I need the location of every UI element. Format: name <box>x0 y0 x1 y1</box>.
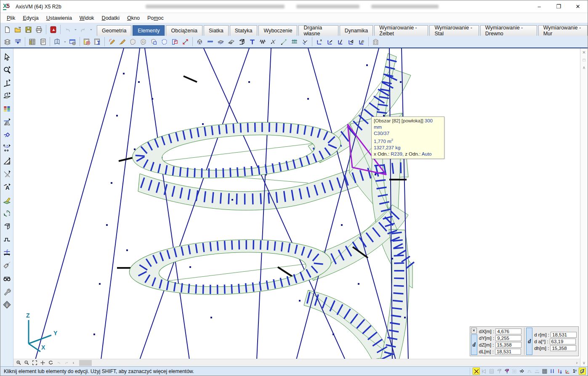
draw-line-elements-icon[interactable] <box>106 37 117 47</box>
close-button[interactable]: ✕ <box>568 0 588 13</box>
menu-ustawienia[interactable]: Ustawienia <box>43 14 76 22</box>
report-maker-icon[interactable] <box>37 37 48 47</box>
tab-dynamika[interactable]: Dynamika <box>340 25 373 36</box>
pdf-export-icon[interactable] <box>48 24 59 34</box>
menu-edycja[interactable]: Edycja <box>19 14 43 22</box>
section-segment-icon[interactable]: ∫ <box>1 247 12 257</box>
section-segment-toggle-icon[interactable] <box>533 368 540 375</box>
delta-toggle-right[interactable]: d <box>526 328 532 355</box>
menu-okno[interactable]: Okno <box>123 14 144 22</box>
horizontal-scrollbar[interactable]: ‹ › <box>70 359 580 366</box>
mesh-nodes-icon[interactable] <box>1 143 12 153</box>
da-field[interactable]: 63,19 <box>550 339 576 344</box>
domain-mesh-icon[interactable] <box>159 37 170 47</box>
minimize-button[interactable]: – <box>529 0 549 13</box>
scroll-up-icon[interactable]: ∧ <box>580 64 588 71</box>
dy-field[interactable]: 9,255 <box>495 335 521 341</box>
menu-pomoc[interactable]: Pomoc <box>144 14 168 22</box>
rotate-view-icon[interactable] <box>47 360 54 366</box>
crosshair-toggle-icon[interactable] <box>473 368 480 375</box>
horizontal-scroll-track[interactable] <box>77 360 574 366</box>
local-beta-angle-icon[interactable]: β <box>356 37 367 47</box>
color-coding-icon[interactable] <box>1 104 12 114</box>
scroll-down-icon[interactable]: ∨ <box>580 359 588 366</box>
dimension-lines-icon[interactable]: A <box>1 182 12 192</box>
tab-wymiarowanie-mur[interactable]: Wymiarowanie - Mur <box>538 25 588 36</box>
views-icon[interactable] <box>1 78 12 88</box>
background-layer-icon[interactable] <box>1 156 12 166</box>
interface-element-icon[interactable] <box>289 37 300 47</box>
surface-support-icon[interactable] <box>216 37 226 47</box>
save-icon[interactable] <box>23 24 34 34</box>
undo-icon[interactable] <box>62 24 73 34</box>
t-connection-icon[interactable] <box>247 37 258 47</box>
tab-geometria[interactable]: Geometria <box>97 25 131 36</box>
section-lines-icon[interactable] <box>1 234 12 244</box>
tab-obciążenia[interactable]: Obciążenia <box>166 25 202 36</box>
dx-field[interactable]: 4,676 <box>495 328 521 334</box>
parts-toggle-icon[interactable] <box>495 368 503 375</box>
dh-field[interactable]: 15,358 <box>550 345 576 351</box>
guidelines-toggle-icon[interactable] <box>518 368 525 375</box>
parts-icon[interactable] <box>1 221 12 231</box>
delta-toggle-left[interactable]: d <box>471 334 477 355</box>
dl-field[interactable]: 18,531 <box>495 349 521 355</box>
cross-section-table-icon[interactable] <box>92 37 103 47</box>
building-model-icon[interactable] <box>370 37 381 47</box>
logical-parts-toggle-icon[interactable] <box>503 368 510 375</box>
local-plane-icon[interactable] <box>346 37 356 47</box>
redo-icon-caret[interactable] <box>88 24 93 34</box>
child-restore-icon[interactable]: □ <box>580 56 588 64</box>
menu-widok[interactable]: Widok <box>76 14 98 22</box>
redo-view-icon[interactable] <box>63 360 70 366</box>
mesh-display-toggle-icon[interactable] <box>480 368 487 375</box>
selection-cursor-icon[interactable] <box>1 52 12 62</box>
model-info-icon[interactable]: i <box>1 299 12 310</box>
options-icon[interactable] <box>1 286 12 297</box>
local-x-orientation-icon[interactable]: x <box>314 37 325 47</box>
scroll-right-icon[interactable]: › <box>574 360 580 366</box>
display-options-icon[interactable] <box>1 273 12 283</box>
spring-element-icon[interactable] <box>258 37 268 47</box>
redo-icon[interactable] <box>78 24 88 34</box>
zoom-fit-icon[interactable] <box>31 360 38 366</box>
scroll-left-icon[interactable]: ‹ <box>70 360 77 366</box>
edge-rib-icon[interactable] <box>226 37 237 47</box>
line-element-icon[interactable] <box>180 37 191 47</box>
zoom-in-icon[interactable] <box>15 360 22 366</box>
line-support-icon[interactable] <box>205 37 216 47</box>
table-display-toggle-icon[interactable] <box>488 368 495 375</box>
dz-field[interactable]: 15,358 <box>495 342 521 348</box>
layers-icon[interactable] <box>2 37 13 47</box>
tab-siatka[interactable]: Siatka <box>204 25 229 36</box>
load-display-toggle-icon[interactable] <box>548 368 556 375</box>
tab-elementy[interactable]: Elementy <box>133 25 165 36</box>
local-axes-toggle-icon[interactable] <box>564 368 571 375</box>
workplane-toggle-icon[interactable] <box>511 368 518 375</box>
zoom-out-icon[interactable] <box>23 360 30 366</box>
domain-hole-icon[interactable] <box>138 37 149 47</box>
layer-manager-icon[interactable] <box>1 195 12 205</box>
story-elevation-icon[interactable]: ±0.00 <box>13 37 23 47</box>
drawings-library-icon[interactable] <box>52 37 62 47</box>
domain-icon[interactable] <box>128 37 138 47</box>
local-systems-toggle-icon[interactable] <box>579 368 586 375</box>
maximize-button[interactable]: ❐ <box>549 0 568 13</box>
tab-wyboczenie[interactable]: Wyboczenie <box>258 25 297 36</box>
direct-draw-icon[interactable] <box>117 37 128 47</box>
table-browser-icon[interactable] <box>27 37 37 47</box>
saved-views-icon[interactable] <box>67 37 78 47</box>
spatial-frame-icon[interactable] <box>237 37 247 47</box>
tab-statyka[interactable]: Statyka <box>230 25 258 36</box>
open-model-icon[interactable] <box>13 24 23 34</box>
tab-drgania-własne[interactable]: Drgania własne <box>298 25 338 36</box>
child-close-icon[interactable]: ✕ <box>580 48 588 56</box>
dr-field[interactable]: 18,531 <box>551 332 577 338</box>
drawings-library-icon-caret[interactable] <box>62 37 67 47</box>
tab-wymiarowanie-żelbet[interactable]: Wymiarowanie - Żelbet <box>374 25 428 36</box>
horizontal-scroll-thumb[interactable] <box>79 360 92 366</box>
rigid-element-icon[interactable] <box>300 37 310 47</box>
link-element-icon[interactable] <box>279 37 289 47</box>
local-direction-icon[interactable] <box>325 37 335 47</box>
geometric-transform-icon[interactable] <box>1 117 12 127</box>
